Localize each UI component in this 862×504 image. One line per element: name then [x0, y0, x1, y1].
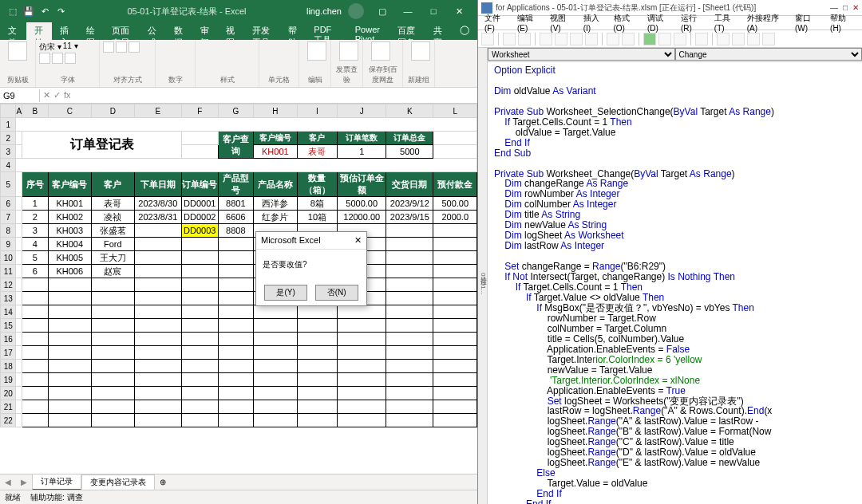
tb-design[interactable]	[695, 33, 708, 45]
cell-8-cust[interactable]: 张盛茗	[91, 224, 134, 238]
maximize-icon[interactable]: □	[421, 3, 445, 19]
minimize-icon[interactable]: —	[396, 3, 420, 19]
cell[interactable]	[386, 400, 433, 414]
cell-10-date[interactable]	[134, 251, 181, 265]
cell[interactable]	[134, 387, 181, 400]
row-14[interactable]: 14	[1, 305, 16, 319]
cell[interactable]	[181, 278, 218, 292]
vba-close-icon[interactable]: ✕	[852, 3, 859, 12]
cell[interactable]	[91, 400, 134, 414]
col-i[interactable]: I	[297, 104, 338, 118]
cell-6-due[interactable]: 2023/9/12	[386, 197, 433, 211]
code-editor[interactable]: Option Explicit Dim oldValue As Variant …	[488, 62, 862, 504]
font-select[interactable]: 仿宋 ▾	[39, 41, 61, 53]
cell[interactable]	[48, 414, 91, 427]
cell[interactable]	[48, 333, 91, 346]
cell[interactable]	[22, 319, 48, 333]
cell[interactable]	[91, 292, 134, 305]
col-k[interactable]: K	[386, 104, 433, 118]
cell[interactable]	[91, 305, 134, 319]
cell[interactable]	[218, 305, 254, 319]
cell[interactable]	[386, 373, 433, 387]
cell[interactable]	[433, 278, 477, 292]
cell[interactable]	[181, 360, 218, 373]
row-6[interactable]: 6	[1, 197, 16, 211]
cell-11-date[interactable]	[134, 265, 181, 278]
cell[interactable]	[48, 346, 91, 360]
row-3[interactable]: 3	[1, 145, 16, 159]
cell[interactable]	[338, 319, 386, 333]
row-1[interactable]: 1	[1, 118, 16, 132]
cell[interactable]	[181, 305, 218, 319]
col-d[interactable]: D	[91, 104, 134, 118]
cell[interactable]	[218, 333, 254, 346]
tb-reset[interactable]	[674, 33, 686, 45]
cell[interactable]	[22, 360, 48, 373]
cell[interactable]	[134, 414, 181, 427]
cell-6-cust[interactable]: 表哥	[91, 197, 134, 211]
row-12[interactable]: 12	[1, 278, 16, 292]
tab-draw[interactable]: 绘图	[78, 22, 105, 40]
cell[interactable]	[134, 360, 181, 373]
cell[interactable]	[48, 278, 91, 292]
cell-8-id[interactable]: KH003	[48, 224, 91, 238]
sheet-nav-next[interactable]: ▶	[16, 478, 32, 486]
tb-undo[interactable]	[607, 33, 619, 45]
cell[interactable]	[134, 346, 181, 360]
cell-10-due[interactable]	[386, 251, 433, 265]
col-c[interactable]: C	[48, 104, 91, 118]
col-j[interactable]: J	[338, 104, 386, 118]
cell[interactable]	[134, 278, 181, 292]
tb-view-excel[interactable]	[481, 33, 494, 45]
tb-paste[interactable]	[570, 33, 583, 45]
cell[interactable]	[297, 346, 338, 360]
cell[interactable]	[254, 373, 297, 387]
cell-8-ord[interactable]: DD0003	[181, 224, 218, 238]
paste-button[interactable]	[3, 41, 32, 61]
cell-11-ord[interactable]	[181, 265, 218, 278]
cell[interactable]	[22, 333, 48, 346]
cell[interactable]	[297, 360, 338, 373]
cell-7-ord[interactable]: DD0002	[181, 211, 218, 224]
row-20[interactable]: 20	[1, 387, 16, 400]
italic-button[interactable]	[52, 53, 63, 64]
cell[interactable]	[254, 414, 297, 427]
bold-button[interactable]	[39, 53, 50, 64]
cell-7-pre[interactable]: 2000.0	[433, 211, 477, 224]
col-e[interactable]: E	[134, 104, 181, 118]
user-avatar[interactable]	[348, 3, 364, 19]
cell-8-n[interactable]: 3	[22, 224, 48, 238]
cell-11-model[interactable]	[218, 265, 254, 278]
sheet-tab-changelog[interactable]: 变更内容记录表	[81, 474, 155, 490]
cell[interactable]	[297, 319, 338, 333]
cell-9-n[interactable]: 4	[22, 238, 48, 251]
row-22[interactable]: 22	[1, 414, 16, 427]
cell[interactable]	[386, 278, 433, 292]
tb-find[interactable]	[585, 33, 598, 45]
cell[interactable]	[22, 387, 48, 400]
cell-6-n[interactable]: 1	[22, 197, 48, 211]
cell[interactable]	[433, 400, 477, 414]
cell-7-due[interactable]: 2023/9/15	[386, 211, 433, 224]
cell-6-id[interactable]: KH001	[48, 197, 91, 211]
row-5[interactable]: 5	[1, 172, 16, 197]
cell[interactable]	[433, 360, 477, 373]
cell[interactable]	[254, 400, 297, 414]
cell[interactable]	[134, 292, 181, 305]
cell-11-id[interactable]: KH006	[48, 265, 91, 278]
row-10[interactable]: 10	[1, 251, 16, 265]
cell-11-cust[interactable]: 赵宸	[91, 265, 134, 278]
cell[interactable]	[218, 414, 254, 427]
cell[interactable]	[22, 400, 48, 414]
comments-button[interactable]: ◯	[452, 22, 477, 40]
col-a[interactable]: A	[16, 104, 22, 118]
tb-save[interactable]	[518, 33, 531, 45]
tab-dev[interactable]: 开发工具	[244, 22, 280, 40]
cell[interactable]	[254, 319, 297, 333]
query-val-count[interactable]: 1	[338, 145, 386, 159]
tab-data[interactable]: 数据	[166, 22, 192, 40]
cell[interactable]	[338, 414, 386, 427]
close-icon[interactable]: ✕	[447, 3, 471, 19]
cell-9-model[interactable]	[218, 238, 254, 251]
cell[interactable]	[48, 292, 91, 305]
